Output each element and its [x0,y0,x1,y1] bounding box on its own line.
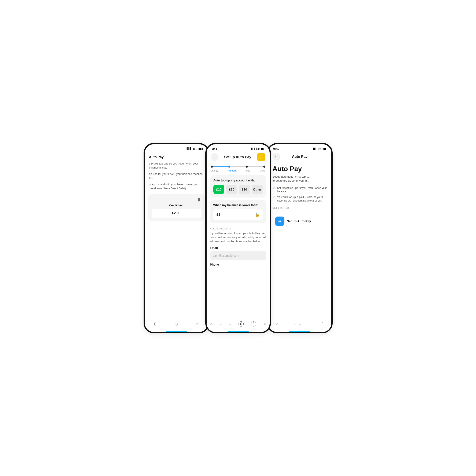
question-icon-left: ⊙ [174,322,178,326]
amount-10-button[interactable]: £10 [213,185,224,194]
dots-icon-center: ⬦—⬦—⬦ [220,322,231,326]
bottom-indicator-right [289,331,310,332]
left-desc3: op-up is paid with your bank ll never go… [145,182,208,190]
step-label-amount: Amount [228,169,237,172]
wifi-icon-right: ((·)) [318,148,321,150]
nav-dots-center[interactable]: ⬦—⬦—⬦ [220,322,231,326]
bottom-nav-right: ⌂ ⬦—⬦—⬦ £ [268,318,331,332]
balance-card: When my balance is lower than: £2 🔒 [210,200,266,223]
status-icons-left: ▌▌▌ ((·)) ▮▮▮ [187,147,203,150]
receipt-label: NEED A RECEIPT? [210,228,266,230]
back-icon-right: ← [275,155,278,159]
lightning-icon: ⚡ [259,155,263,159]
nav-header-center: ← Set up Auto Pay ⚡ [207,151,270,164]
status-time-center: 9:41 [212,147,217,150]
amount-options: £10 £20 £30 Other [213,185,263,194]
left-desc1-text: c PAYG top-ups so you never when your ba… [149,162,198,169]
setup-btn-label: Set up Auto Pay [287,219,311,223]
amount-other-button[interactable]: Other [252,185,263,194]
get-started-label: GET STARTED [268,207,331,211]
delete-icon-container: 🗑 [152,197,201,202]
checkmark-2: ✓ [272,196,275,203]
nav-item-pound-left[interactable]: £ [154,322,156,326]
balance-display: £2 🔒 [213,209,263,220]
wifi-icon: ((·)) [193,147,197,150]
nav-menu-center[interactable]: ≡ [263,322,266,326]
step-line-2 [230,166,246,167]
amount-20-button[interactable]: £20 [226,185,237,194]
status-bar-left: ▌▌▌ ((·)) ▮▮▮ [145,144,208,151]
receipt-section: NEED A RECEIPT? If you'd like a receipt … [207,226,270,266]
email-label: Email [210,246,266,250]
step-line-3 [248,166,263,167]
wifi-icon-center: ((·)) [256,148,259,150]
nav-item-help-left[interactable]: ⊙ [174,322,178,326]
nav-home-right[interactable]: ⌂ [276,322,278,326]
home-icon-right: ⌂ [276,322,278,326]
steps-container: Energy Amount Pay Done [207,164,270,175]
step-dot-1 [211,166,213,168]
pound-icon-center: £ [238,322,244,326]
setup-btn-icon: ∞ [275,217,284,226]
nav-pound-right[interactable]: £ [322,322,323,326]
left-credit-card: 🗑 Credit limit £2.00 [148,194,204,221]
checklist: ✓ Set repeat top-ups for yo... meter whe… [268,186,331,203]
menu-icon-left: ≡ [196,322,199,326]
infinity-icon: ∞ [278,219,281,223]
left-desc2-text: op-ups for your PAYG your balance reache… [149,172,203,180]
check-text-2: Your auto top-up is paid ... card, so yo… [277,195,327,203]
signal-icon: ▌▌▌ [187,147,192,150]
status-time-right: 9:41 [273,147,279,150]
nav-pound-center[interactable]: £ [238,322,244,326]
trash-icon[interactable]: 🗑 [197,197,201,202]
nav-dots-right[interactable]: ⬦—⬦—⬦ [294,322,305,326]
nav-help-center[interactable]: ? [251,322,256,326]
divider-right [272,211,328,211]
step-label-pay: Pay [246,169,250,172]
steps-dots [211,166,265,168]
nav-item-menu-left[interactable]: ≡ [196,322,199,326]
canvas: ▌▌▌ ((·)) ▮▮▮ Auto Pay c PAYG top-ups so… [126,126,350,350]
check-item-2: ✓ Your auto top-up is paid ... card, so … [272,195,327,203]
status-bar-right: 9:41 ▌▌▌ ((·)) ▮▮▮ [268,144,331,151]
phone-center: 9:41 ▌▌▌ ((·)) ▮▮▮ ← Set up Auto Pay ⚡ [205,143,271,333]
pound-icon-right: £ [322,322,323,326]
right-desc: Set up automatic PAYG top-u...forget to … [268,175,331,183]
signal-icon-center: ▌▌▌ [251,148,255,150]
phone-left: ▌▌▌ ((·)) ▮▮▮ Auto Pay c PAYG top-ups so… [144,143,209,333]
back-button-center[interactable]: ← [211,153,219,161]
bottom-nav-center: ⌂ ⬦—⬦—⬦ £ ? ≡ [207,318,270,332]
back-button-right[interactable]: ← [272,153,280,160]
balance-card-title: When my balance is lower than: [213,204,263,207]
status-icons-right: ▌▌▌ ((·)) ▮▮▮ [313,148,326,150]
step-label-energy: Energy [211,169,218,172]
credit-limit-value: £2.00 [152,209,201,218]
status-icons-center: ▌▌▌ ((·)) ▮▮▮ [251,148,264,150]
amount-30-button[interactable]: £30 [239,185,250,194]
email-input[interactable]: sam@example.com [210,251,266,260]
nav-title-right: Auto Pay [292,154,308,159]
bottom-nav-left: £ ⊙ ≡ [145,318,208,332]
pound-icon-left: £ [154,322,156,326]
left-desc3-text: op-up is paid with your bank ll never go… [149,183,197,190]
bottom-indicator-left [166,331,187,332]
balance-value: £2 [217,213,221,217]
checkmark-1: ✓ [272,187,275,193]
battery-icon: ▮▮▮ [198,147,203,150]
receipt-desc: If you'd like a receipt when your Auto P… [210,231,266,244]
battery-icon-center: ▮▮▮ [261,148,265,150]
step-line-1 [213,166,228,167]
nav-header-right: ← Auto Pay [268,151,331,163]
step-label-done: Done [260,169,265,172]
phone-label: Phone [210,263,266,266]
amount-card: Auto top-up my account with: £10 £20 £30… [210,175,266,198]
credit-limit-label: Credit limit [152,204,201,207]
step-dot-3 [246,166,248,168]
nav-title-center: Set up Auto Pay [224,155,252,159]
action-button-center[interactable]: ⚡ [257,153,265,161]
left-desc2: op-ups for your PAYG your balance reache… [145,172,208,180]
dots-icon-right: ⬦—⬦—⬦ [294,322,305,326]
setup-autopay-button[interactable]: ∞ Set up Auto Pay [272,214,328,229]
nav-home-center[interactable]: ⌂ [210,322,213,326]
step-dot-2 [228,166,230,168]
